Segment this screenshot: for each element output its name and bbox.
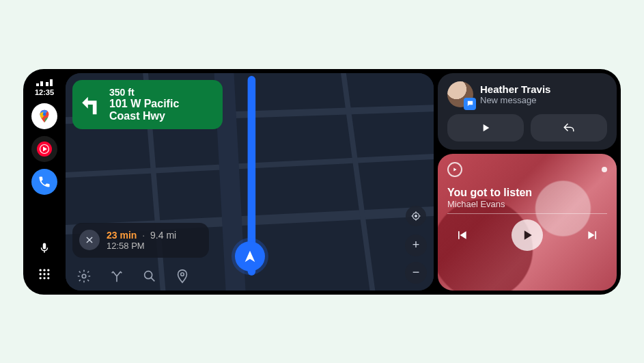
reply-button[interactable] [531, 114, 607, 142]
svg-point-3 [40, 269, 42, 271]
status-bar: 12:35 [35, 79, 54, 96]
youtube-music-icon [35, 139, 54, 159]
sidebar: 12:35 [27, 73, 61, 291]
media-divider [447, 213, 607, 214]
svg-point-9 [40, 277, 42, 279]
mic-icon [38, 242, 51, 254]
svg-point-17 [415, 215, 417, 217]
destination-button[interactable] [173, 267, 191, 285]
zoom-out-button[interactable]: − [405, 262, 427, 284]
vehicle-marker [235, 241, 265, 271]
svg-point-13 [82, 274, 86, 278]
maps-pin-icon [37, 109, 52, 124]
skip-next-icon [586, 228, 600, 242]
zoom-in-button[interactable]: + [405, 234, 427, 256]
android-auto-dashboard: 12:35 [23, 69, 621, 295]
notification-subtitle: New message [480, 95, 550, 105]
search-button[interactable] [141, 267, 158, 285]
track-artist: Michael Evans [447, 199, 607, 209]
play-message-button[interactable] [447, 114, 524, 142]
sidebar-app-youtube-music[interactable] [31, 136, 57, 162]
map-tools [75, 267, 191, 285]
minus-icon: − [412, 265, 420, 280]
signal-icon [36, 79, 53, 88]
svg-point-11 [47, 277, 49, 279]
messages-app-badge-icon [464, 98, 476, 110]
settings-button[interactable] [75, 267, 93, 285]
direction-card[interactable]: 350 ft 101 W Pacific Coast Hwy [72, 80, 223, 130]
right-column: Heather Travis New message [438, 73, 617, 291]
close-icon [85, 235, 94, 245]
sidebar-app-maps[interactable] [31, 103, 57, 129]
locate-icon [410, 211, 421, 221]
turn-left-icon [79, 93, 102, 116]
search-icon [142, 269, 157, 284]
skip-previous-icon [455, 228, 468, 242]
close-eta-button[interactable] [79, 230, 100, 250]
phone-icon [38, 175, 51, 189]
svg-point-10 [43, 277, 45, 279]
svg-point-0 [43, 113, 46, 116]
play-filled-icon [520, 228, 534, 242]
recenter-button[interactable] [406, 206, 426, 226]
svg-point-8 [47, 273, 49, 275]
eta-distance: 9.4 mi [150, 230, 176, 241]
svg-point-5 [47, 269, 49, 271]
navigation-map[interactable]: 350 ft 101 W Pacific Coast Hwy 23 min · … [66, 73, 434, 291]
next-track-button[interactable] [583, 225, 603, 245]
notification-sender: Heather Travis [480, 83, 550, 95]
eta-arrival-time: 12:58 PM [107, 241, 176, 251]
road-name: 101 W Pacific Coast Hwy [109, 98, 212, 123]
reply-icon [563, 122, 575, 134]
sender-avatar [447, 81, 473, 107]
direction-text: 350 ft 101 W Pacific Coast Hwy [109, 87, 212, 123]
youtube-music-small-icon [451, 166, 458, 173]
eta-text: 23 min · 9.4 mi 12:58 PM [107, 230, 176, 251]
map-zoom-controls: + − [405, 206, 427, 284]
route-split-icon [109, 269, 124, 284]
media-card[interactable]: You got to listen Michael Evans [438, 154, 617, 291]
play-pause-button[interactable] [512, 219, 543, 251]
eta-card[interactable]: 23 min · 9.4 mi 12:58 PM [72, 223, 209, 258]
media-controls [447, 219, 607, 252]
svg-point-4 [43, 269, 45, 271]
sidebar-app-phone[interactable] [31, 169, 57, 195]
svg-point-6 [40, 273, 42, 275]
mic-button[interactable] [35, 239, 54, 258]
svg-point-15 [181, 272, 184, 275]
routes-button[interactable] [108, 267, 126, 285]
eta-duration: 23 min [107, 230, 137, 241]
grid-icon [38, 267, 51, 281]
maneuver-distance: 350 ft [109, 87, 212, 98]
notification-card[interactable]: Heather Travis New message [438, 73, 617, 150]
media-indicator-dot [602, 167, 607, 172]
svg-point-7 [43, 273, 45, 275]
svg-point-14 [145, 271, 152, 278]
app-launcher-button[interactable] [35, 265, 54, 284]
play-icon [480, 122, 491, 133]
track-title: You got to listen [447, 187, 607, 199]
navigation-arrow-icon [242, 249, 257, 264]
previous-track-button[interactable] [451, 225, 472, 245]
clock: 12:35 [35, 88, 54, 96]
pin-icon [175, 269, 190, 284]
gear-icon [76, 269, 92, 284]
media-source-icon [447, 162, 462, 177]
plus-icon: + [412, 238, 420, 252]
